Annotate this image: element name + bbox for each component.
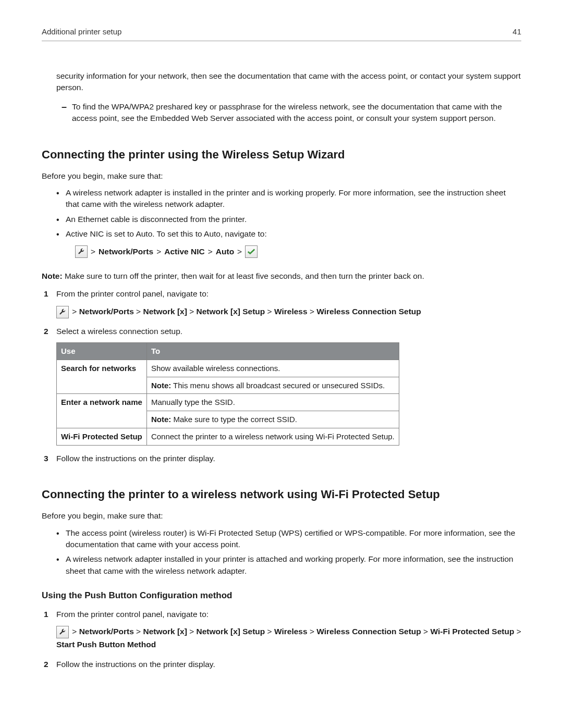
bullet-item: A wireless network adapter installed in … (56, 553, 521, 577)
nav-part: Network/Ports (99, 246, 153, 257)
step-item: 2 Follow the instructions on the printer… (42, 659, 521, 670)
table-row: Enter a network name Manually type the S… (57, 394, 399, 428)
section-heading-wizard: Connecting the printer using the Wireles… (42, 146, 521, 163)
nav-separator: > (237, 246, 242, 257)
table-cell-use: Enter a network name (57, 394, 147, 428)
table-header-use: Use (57, 343, 147, 360)
table-cell-use: Wi-Fi Protected Setup (57, 428, 147, 445)
note-label: Note: (151, 381, 171, 390)
note-label: Note: (151, 415, 171, 424)
nav-part: Wireless (274, 307, 308, 316)
nav-part: Wireless Connection Setup (316, 627, 421, 636)
step-number: 2 (44, 659, 48, 670)
page-number: 41 (512, 26, 521, 38)
cell-line: Connect the printer to a wireless networ… (151, 431, 395, 442)
nav-separator: > (156, 246, 161, 257)
cell-line: Show available wireless connections. (151, 363, 395, 374)
bullet-text: Active NIC is set to Auto. To set this t… (66, 229, 267, 238)
dash-list-item: – To find the WPA/WPA2 preshared key or … (62, 101, 521, 125)
cell-line: Manually type the SSID. (151, 397, 395, 408)
note-label: Note: (42, 272, 63, 280)
page-header: Additional printer setup 41 (42, 26, 521, 41)
bullet-item: A wireless network adapter is installed … (56, 187, 521, 211)
intro-paragraph: security information for your network, t… (56, 70, 521, 94)
step-text: From the printer control panel, navigate… (56, 610, 209, 619)
note-rest: Make sure to type the correct SSID. (171, 415, 297, 424)
bullets-list-1: A wireless network adapter is installed … (56, 187, 521, 258)
wrench-icon (56, 306, 69, 318)
table-cell-to: Manually type the SSID. Note: Make sure … (146, 394, 399, 428)
nav-part: Network [x] (143, 627, 187, 636)
nav-part: Network/Ports (79, 307, 134, 316)
bullet-text: An Ethernet cable is disconnected from t… (66, 215, 247, 224)
dash-item-text: To find the WPA/WPA2 preshared key or pa… (72, 101, 521, 125)
wrench-icon (56, 626, 69, 638)
steps-list-2: 1 From the printer control panel, naviga… (42, 609, 521, 671)
nav-part: Network [x] (143, 307, 187, 316)
bullet-text: A wireless network adapter is installed … (66, 188, 506, 208)
steps-list-1: 1 From the printer control panel, naviga… (42, 288, 521, 464)
step-item: 1 From the printer control panel, naviga… (42, 288, 521, 318)
step-text: Follow the instructions on the printer d… (56, 454, 215, 463)
note-text: Make sure to turn off the printer, then … (63, 272, 424, 280)
step-item: 3 Follow the instructions on the printer… (42, 453, 521, 464)
step-item: 1 From the printer control panel, naviga… (42, 609, 521, 651)
nav-part: Start Push Button Method (56, 640, 156, 649)
bullet-item: An Ethernet cable is disconnected from t… (56, 214, 521, 225)
bullet-text: The access point (wireless router) is Wi… (66, 528, 515, 549)
bullet-item: Active NIC is set to Auto. To set this t… (56, 228, 521, 257)
intro-block: security information for your network, t… (56, 70, 521, 125)
step-number: 1 (44, 288, 48, 300)
step-text: Follow the instructions on the printer d… (56, 660, 215, 669)
nav-separator: > (91, 246, 95, 257)
nav-part: Wireless (274, 627, 308, 636)
cell-line: Note: This menu shows all broadcast secu… (147, 377, 399, 391)
nav-part: Network [x] Setup (197, 307, 265, 316)
nav-path-push-button: > Network/Ports > Network [x] > Network … (56, 625, 521, 651)
nav-part: Auto (216, 246, 234, 257)
step-text: From the printer control panel, navigate… (56, 289, 209, 298)
checkmark-icon (245, 245, 258, 258)
table-cell-use: Search for networks (57, 360, 147, 394)
step-number: 1 (44, 609, 48, 620)
before-you-begin-2: Before you begin, make sure that: (42, 510, 521, 522)
cell-line: Note: Make sure to type the correct SSID… (147, 411, 399, 425)
step-number: 3 (44, 453, 48, 464)
table-header-to: To (146, 343, 399, 360)
connection-options-table: Use To Search for networks Show availabl… (56, 342, 399, 446)
step-item: 2 Select a wireless connection setup. Us… (42, 326, 521, 446)
dash-marker-icon: – (62, 101, 72, 125)
nav-part: Wi-Fi Protected Setup (430, 627, 514, 636)
nav-part: Active NIC (164, 246, 205, 257)
note-rest: This menu shows all broadcast secured or… (171, 381, 385, 390)
wrench-icon (75, 245, 88, 258)
header-title: Additional printer setup (42, 26, 121, 38)
before-you-begin-1: Before you begin, make sure that: (42, 170, 521, 182)
table-header-row: Use To (57, 343, 399, 360)
nav-path-setup: > Network/Ports > Network [x] > Network … (56, 305, 521, 318)
section-heading-wps: Connecting the printer to a wireless net… (42, 486, 521, 503)
bullet-text: A wireless network adapter installed in … (66, 554, 513, 575)
nav-part: Network [x] Setup (197, 627, 265, 636)
note-block: Note: Make sure to turn off the printer,… (42, 270, 521, 282)
nav-part: Wireless Connection Setup (316, 307, 421, 316)
document-page: Additional printer setup 41 security inf… (0, 0, 563, 728)
nav-separator: > (208, 246, 213, 257)
step-text: Select a wireless connection setup. (56, 327, 182, 336)
table-cell-to: Connect the printer to a wireless networ… (146, 428, 399, 445)
bullet-item: The access point (wireless router) is Wi… (56, 527, 521, 551)
nav-part: Network/Ports (79, 627, 134, 636)
table-row: Wi-Fi Protected Setup Connect the printe… (57, 428, 399, 445)
subheading-push-button: Using the Push Button Configuration meth… (42, 589, 521, 602)
nav-path-auto: > Network/Ports > Active NIC > Auto > (75, 245, 521, 258)
table-cell-to: Show available wireless connections. Not… (146, 360, 399, 394)
step-number: 2 (44, 326, 48, 337)
bullets-list-2: The access point (wireless router) is Wi… (56, 527, 521, 577)
table-row: Search for networks Show available wirel… (57, 360, 399, 394)
